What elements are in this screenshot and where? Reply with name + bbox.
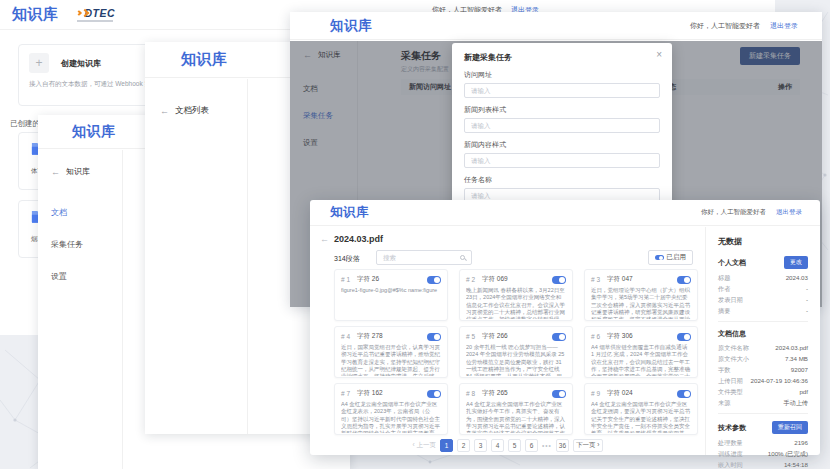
meta-row: 发表日期- [718,296,808,304]
app-logo: 知识库 [330,17,372,35]
segment-toggle[interactable] [427,276,441,284]
window-doc-viewer: 知识库 你好，人工智能爱好者 退出登录 ← 2024.03.pdf 314段落 … [310,200,820,455]
meta-row: 作者- [718,285,808,293]
app-logo: 知识库 [12,5,59,24]
recall-button[interactable]: 重新召回 [772,421,808,434]
meta-row: 训练进度100% (已完成) [718,450,808,458]
sidebar-item-tasks[interactable]: 采集任务 [51,239,122,250]
close-icon[interactable]: × [656,49,662,60]
field-label-url: 访问网址 [464,70,660,80]
page-5[interactable]: 5 [508,439,521,452]
document-title: 2024.03.pdf [334,234,383,244]
list-style-field[interactable] [464,118,660,133]
segment-card: # 2字符 069 晚上新闻网讯 春耕备耕以来，3月22日至23日，2024年全… [459,269,573,321]
back-arrow-icon: ← [51,167,60,177]
field-label-list-style: 新闻列表样式 [464,105,660,115]
meta-row: 处理数量2196 [718,439,808,447]
w4-header: 知识库 你好，人工智能爱好者 退出登录 [290,12,822,40]
segment-card: # 1字符 26 figure1-figure-0.jpg@#$%c name:… [334,269,448,321]
segment-toggle[interactable] [552,390,566,398]
toggle-icon [655,255,664,260]
tech-params-heading: 技术参数 [718,423,746,433]
segment-grid: # 1字符 26 figure1-figure-0.jpg@#$%c name:… [334,269,698,435]
search-box [376,250,472,265]
segment-card: # 3字符 047 近日，党组理论学习中心组（扩大）组织集中学习，第5场学习第二… [584,269,698,321]
segment-card: # 7字符 162 A4 金红龙云南全国烟草工作会议产业区 金红龙表示，2023… [334,383,448,435]
app-logo: 知识库 [72,123,116,141]
meta-row: 原文件大小7.34 MB [718,355,808,363]
segment-toggle[interactable] [677,276,691,284]
search-icon [460,255,465,260]
page-1[interactable]: 1 [440,439,453,452]
back-arrow-icon: ← [160,106,169,116]
back-arrow-icon[interactable]: ← [320,234,329,244]
pagination: ‹ 上一页 1 2 3 4 5 6 ••• 36 下一页 › [310,439,705,452]
field-label-task-name: 任务名称 [464,175,660,185]
meta-row: 标题2024.03 [718,274,808,282]
segment-card: # 5字符 266 20 余年扎根一线 匠心筑梦写担当——2024 年全国烟草行… [459,326,573,378]
panel-section-divider [718,321,808,322]
sidebar-item-docs[interactable]: 文档 [51,207,122,218]
create-kb-title: 创建知识库 [61,58,101,69]
segment-toggle[interactable] [677,390,691,398]
w5-main: ← 2024.03.pdf 314段落 已启用 # 1字符 26 figure1… [310,227,705,455]
back-to-doc-list[interactable]: ← 文档列表 [160,105,247,117]
vendor-logo: DTEC [77,7,116,23]
app-logo: 知识库 [181,50,228,69]
edit-meta-button[interactable]: 更改 [784,256,808,269]
segment-card: # 6字符 306 A4 烟草供应链全面覆盖工作自减负通话 1 月过亿 完成，2… [584,326,698,378]
meta-row: 上传日期2024-07-19 10:46:36 [718,377,808,385]
meta-row: 原文件名称2024.03.pdf [718,344,808,352]
page-2[interactable]: 2 [457,439,470,452]
page-prev[interactable]: ‹ 上一页 [412,441,435,450]
doc-info-heading: 文档信息 [718,329,746,339]
app-logo: 知识库 [330,204,369,221]
w2-sidebar: ← 文档列表 [145,79,248,434]
page-4[interactable]: 4 [491,439,504,452]
page-6[interactable]: 6 [525,439,538,452]
segment-count: 314段落 [334,254,360,264]
segment-card: # 8字符 265 A4 金红龙云南全国烟草工作会议产业区 扎实做好今年工作，真… [459,383,573,435]
page-next[interactable]: 下一页 › [573,439,602,452]
metadata-empty-label: 无数据 [718,236,808,247]
panel-section-divider [718,413,808,414]
page-last[interactable]: 36 [556,439,569,452]
url-field[interactable] [464,83,660,98]
logout-link[interactable]: 退出登录 [770,21,798,31]
personal-doc-heading: 个人文档 [718,258,746,268]
plus-icon: + [29,53,49,73]
user-greeting: 你好，人工智能爱好者 [701,208,766,217]
page-3[interactable]: 3 [474,439,487,452]
meta-row: 来源手动上传 [718,399,808,407]
user-greeting: 你好，人工智能爱好者 [690,21,760,31]
vendor-caption [77,20,113,22]
meta-row: 文件类型pdf [718,388,808,396]
segment-toggle[interactable] [427,333,441,341]
w3-sidebar: ← 知识库 文档 采集任务 设置 [38,150,123,469]
segment-card: # 4字符 278 近日，国家局党组召开会议，认真学习贯彻习近平总书记重要讲话精… [334,326,448,378]
content-style-field[interactable] [464,153,660,168]
meta-row: 字数92007 [718,366,808,374]
segment-toggle[interactable] [552,333,566,341]
search-input[interactable] [383,254,460,261]
sidebar-item-settings[interactable]: 设置 [51,271,122,282]
w5-header: 知识库 你好，人工智能爱好者 退出登录 [310,200,820,226]
segment-toggle[interactable] [677,333,691,341]
segment-toggle[interactable] [552,276,566,284]
field-label-content-style: 新闻内容样式 [464,140,660,150]
segment-toggle[interactable] [427,390,441,398]
page-ellipsis: ••• [542,442,552,449]
logout-link[interactable]: 退出登录 [776,208,802,217]
segment-card: # 9字符 024 A4 金红龙云南全国烟草工作会议产业区 金红龙强调，要深入学… [584,383,698,435]
metadata-panel: 无数据 个人文档 更改 标题2024.03 作者- 发表日期- 摘要- 文档信息… [706,227,820,455]
modal-title: 新建采集任务 [464,52,660,63]
back-to-kb[interactable]: ← 知识库 [51,166,122,177]
enabled-filter-chip[interactable]: 已启用 [648,250,694,265]
meta-row: 摘要- [718,307,808,315]
meta-row: 嵌入时间14:54:18 [718,461,808,469]
